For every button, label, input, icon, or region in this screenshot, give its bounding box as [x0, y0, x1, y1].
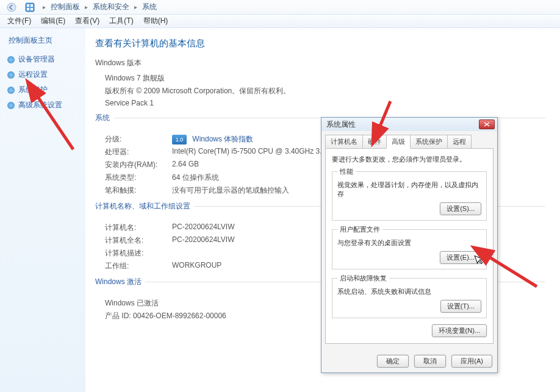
bullet-icon	[7, 56, 15, 63]
sidebar-link-label: 设备管理器	[18, 54, 55, 65]
dialog-body: 要进行大多数更改，您必须作为管理员登录。 性能 视觉效果，处理器计划，内存使用，…	[325, 148, 494, 344]
sidebar-link-advanced-settings[interactable]: 高级系统设置	[5, 98, 81, 113]
bullet-icon	[7, 102, 15, 109]
admin-notice: 要进行大多数更改，您必须作为管理员登录。	[332, 155, 487, 164]
performance-legend: 性能	[337, 167, 356, 176]
fieldset-user-profiles: 用户配置文件 与您登录有关的桌面设置 设置(E)...	[332, 227, 487, 269]
breadcrumb-item[interactable]: 系统和安全	[92, 2, 131, 12]
page-title: 查看有关计算机的基本信息	[95, 38, 545, 49]
apply-button[interactable]: 应用(A)	[451, 355, 492, 368]
dialog-footer: 确定 取消 应用(A)	[326, 355, 492, 368]
svg-rect-3	[31, 4, 33, 7]
sidebar-link-protection[interactable]: 系统保护	[5, 82, 81, 98]
menu-edit[interactable]: 编辑(E)	[36, 15, 70, 27]
computer-name-label: 计算机名:	[105, 223, 172, 233]
rating-label: 分级:	[105, 134, 172, 144]
breadcrumb-item[interactable]: 系统	[141, 2, 158, 12]
bullet-icon	[7, 71, 15, 79]
computer-fullname-label: 计算机全名:	[105, 235, 172, 246]
cancel-button[interactable]: 取消	[414, 355, 446, 368]
breadcrumb-sep: ▸	[39, 4, 49, 10]
ram-label: 安装内存(RAM):	[105, 160, 172, 170]
performance-text: 视觉效果，处理器计划，内存使用，以及虚拟内存	[337, 180, 481, 199]
fieldset-startup-recovery: 启动和故障恢复 系统启动、系统失败和调试信息 设置(T)...	[332, 276, 487, 318]
sidebar-link-device-manager[interactable]: 设备管理器	[5, 52, 81, 67]
breadcrumb-item[interactable]: 控制面板	[49, 2, 81, 12]
system-type-label: 系统类型:	[105, 173, 172, 183]
workgroup-label: 工作组:	[105, 261, 172, 271]
copyright: 版权所有 © 2009 Microsoft Corporation。保留所有权利…	[105, 86, 545, 96]
dialog-title: 系统属性	[326, 119, 479, 130]
breadcrumb-sep: ▸	[131, 4, 141, 10]
pen-label: 笔和触摸:	[105, 185, 172, 196]
menu-tools[interactable]: 工具(T)	[104, 15, 138, 27]
svg-point-0	[7, 3, 16, 12]
environment-variables-button[interactable]: 环境变量(N)...	[432, 324, 487, 337]
startup-legend: 启动和故障恢复	[337, 274, 389, 283]
ok-button[interactable]: 确定	[377, 355, 409, 368]
svg-rect-5	[31, 8, 33, 10]
svg-rect-4	[27, 8, 29, 10]
startup-settings-button[interactable]: 设置(T)...	[440, 300, 481, 313]
service-pack: Service Pack 1	[105, 99, 545, 107]
close-icon[interactable]	[479, 119, 495, 129]
svg-rect-2	[27, 4, 29, 7]
system-properties-dialog: 系统属性 计算机名 硬件 高级 系统保护 远程 要进行大多数更改，您必须作为管理…	[321, 117, 498, 373]
rating-link[interactable]: Windows 体验指数	[192, 135, 253, 143]
computer-desc-label: 计算机描述:	[105, 248, 172, 258]
menu-bar: 文件(F) 编辑(E) 查看(V) 工具(T) 帮助(H)	[0, 15, 560, 28]
tab-hardware[interactable]: 硬件	[362, 135, 387, 148]
dialog-titlebar[interactable]: 系统属性	[321, 118, 497, 131]
dialog-tabs: 计算机名 硬件 高级 系统保护 远程	[325, 135, 494, 148]
sidebar-link-label: 系统保护	[18, 85, 48, 95]
breadcrumb-sep: ▸	[81, 4, 92, 10]
sidebar-title: 控制面板主页	[5, 35, 81, 46]
sidebar: 控制面板主页 设备管理器 远程设置 系统保护 高级系统设置	[0, 28, 85, 392]
user-profiles-settings-button[interactable]: 设置(E)...	[440, 251, 481, 264]
nav-back-icon[interactable]	[6, 2, 17, 13]
tab-protection[interactable]: 系统保护	[410, 135, 448, 148]
address-bar: ▸ 控制面板 ▸ 系统和安全 ▸ 系统	[0, 0, 560, 15]
menu-file[interactable]: 文件(F)	[2, 15, 36, 27]
tab-computer-name[interactable]: 计算机名	[325, 135, 363, 148]
sidebar-link-label: 高级系统设置	[18, 100, 62, 110]
sidebar-link-label: 远程设置	[18, 69, 48, 80]
control-panel-icon	[24, 2, 35, 13]
user-profiles-legend: 用户配置文件	[337, 225, 382, 234]
performance-settings-button[interactable]: 设置(S)...	[440, 202, 481, 215]
menu-help[interactable]: 帮助(H)	[138, 15, 173, 27]
rating-badge: 1.0	[172, 135, 187, 144]
startup-text: 系统启动、系统失败和调试信息	[337, 287, 481, 296]
user-profiles-text: 与您登录有关的桌面设置	[337, 238, 481, 248]
menu-view[interactable]: 查看(V)	[70, 15, 104, 27]
bullet-icon	[7, 87, 15, 94]
sidebar-link-remote[interactable]: 远程设置	[5, 67, 81, 82]
section-edition: Windows 版本	[95, 58, 545, 68]
fieldset-performance: 性能 视觉效果，处理器计划，内存使用，以及虚拟内存 设置(S)...	[332, 169, 487, 221]
cpu-label: 处理器:	[105, 147, 172, 157]
tab-advanced[interactable]: 高级	[386, 135, 411, 149]
edition-name: Windows 7 旗舰版	[105, 73, 545, 84]
tab-remote[interactable]: 远程	[447, 135, 472, 148]
